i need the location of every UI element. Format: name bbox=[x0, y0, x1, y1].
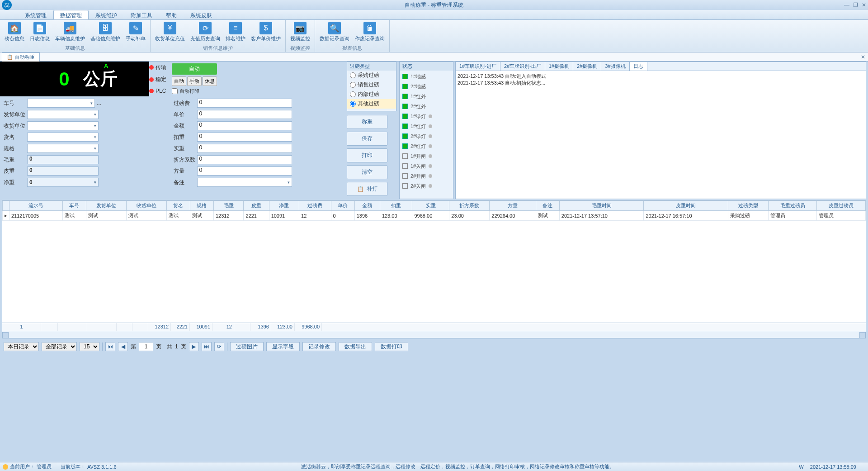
grid-cell[interactable]: 测试 bbox=[190, 211, 213, 221]
grid-header[interactable]: 收货单位 bbox=[126, 201, 166, 211]
save-button[interactable]: 保存 bbox=[347, 132, 387, 146]
weigh-image-button[interactable]: 过磅图片 bbox=[230, 342, 264, 351]
grid-header[interactable]: 折方系数 bbox=[449, 201, 490, 211]
coef-field[interactable]: 0 bbox=[197, 155, 292, 164]
mode-manual-button[interactable]: 手动 bbox=[187, 76, 202, 86]
filter-today-select[interactable]: 本日记录 bbox=[4, 342, 39, 351]
grid-header[interactable]: 毛重时间 bbox=[559, 201, 644, 211]
grid-header[interactable]: 皮重时间 bbox=[644, 201, 728, 211]
grid-cell[interactable]: 2021-12-17 16:57:10 bbox=[644, 211, 728, 221]
log-tab-log[interactable]: 日志 bbox=[630, 62, 647, 71]
grid-cell[interactable]: 2021-12-17 13:57:10 bbox=[559, 211, 644, 221]
status-item[interactable]: 2#开闸 bbox=[401, 172, 452, 180]
mode-auto-button[interactable]: 自动 bbox=[172, 76, 186, 86]
grid-cell[interactable]: 管理员 bbox=[817, 211, 866, 221]
type-purchase[interactable]: 采购过磅 bbox=[347, 71, 396, 80]
status-item[interactable]: 2#绿灯 bbox=[401, 132, 452, 140]
ribbon-recharge-history[interactable]: ⟳充值历史查询 bbox=[188, 21, 223, 43]
grid-cell[interactable]: 测试 bbox=[126, 211, 166, 221]
grid-cell[interactable]: 10091 bbox=[269, 211, 299, 221]
weigh-button[interactable]: 称重 bbox=[347, 115, 387, 129]
grid-header[interactable]: 皮重过磅员 bbox=[817, 201, 866, 211]
filter-all-select[interactable]: 全部记录 bbox=[42, 342, 77, 351]
clear-button[interactable]: 清空 bbox=[347, 165, 387, 179]
log-tab-cam2[interactable]: 2#摄像机 bbox=[573, 62, 601, 71]
spec-input[interactable]: ▾ bbox=[27, 144, 99, 153]
deduct-field[interactable]: 0 bbox=[197, 133, 292, 142]
ribbon-vehicle-maintain[interactable]: 🚚车辆信息维护 bbox=[52, 21, 88, 43]
grid-header[interactable]: 实重 bbox=[412, 201, 449, 211]
grid-cell[interactable]: 2221 bbox=[244, 211, 269, 221]
grid-cell[interactable]: 测试 bbox=[536, 211, 559, 221]
last-page-button[interactable]: ⏭ bbox=[202, 342, 212, 351]
menu-tab-help[interactable]: 帮助 bbox=[159, 10, 184, 19]
volume-field[interactable]: 0 bbox=[197, 167, 292, 176]
grid-cell[interactable]: 23.00 bbox=[449, 211, 490, 221]
amount-field[interactable]: 0 bbox=[197, 121, 292, 130]
status-item[interactable]: 2#红灯 bbox=[401, 142, 452, 150]
grid-cell[interactable]: 1396 bbox=[354, 211, 380, 221]
log-tab-lpr2[interactable]: 2#车牌识别-出厂 bbox=[500, 62, 545, 71]
ribbon-video[interactable]: 📷视频监控 bbox=[288, 21, 313, 43]
prev-page-button[interactable]: ◀ bbox=[118, 342, 128, 351]
first-page-button[interactable]: ⏮ bbox=[105, 342, 115, 351]
grid-header[interactable]: 规格 bbox=[190, 201, 213, 211]
log-tab-lpr1[interactable]: 1#车牌识别-进厂 bbox=[456, 62, 500, 71]
grid-header[interactable]: 流水号 bbox=[9, 201, 63, 211]
grid-cell[interactable]: 9968.00 bbox=[412, 211, 449, 221]
refresh-button[interactable]: ⟳ bbox=[214, 342, 224, 351]
log-tab-cam3[interactable]: 3#摄像机 bbox=[601, 62, 629, 71]
type-sale[interactable]: 销售过磅 bbox=[347, 80, 396, 90]
grid-cell[interactable]: 12312 bbox=[213, 211, 243, 221]
ribbon-price-maintain[interactable]: $客户单价维护 bbox=[248, 21, 283, 43]
menu-tab-system[interactable]: 系统管理 bbox=[18, 10, 53, 19]
price-field[interactable]: 0 bbox=[197, 110, 292, 119]
grid-cell[interactable]: 测试 bbox=[86, 211, 126, 221]
ribbon-manual-add[interactable]: ✎手动补单 bbox=[123, 21, 148, 43]
grid-header[interactable]: 扣重 bbox=[380, 201, 412, 211]
grid-cell[interactable]: 12 bbox=[299, 211, 331, 221]
grid-cell[interactable]: 采购过磅 bbox=[728, 211, 769, 221]
grid-cell[interactable]: 0 bbox=[331, 211, 354, 221]
grid-header[interactable]: 方量 bbox=[490, 201, 536, 211]
reprint-button[interactable]: 📋补打 bbox=[347, 182, 387, 196]
status-item[interactable]: 1#红灯 bbox=[401, 122, 452, 130]
grid-header[interactable]: 过磅类型 bbox=[728, 201, 769, 211]
autoprint-checkbox[interactable]: 自动打印 bbox=[172, 88, 217, 95]
type-internal[interactable]: 内部过磅 bbox=[347, 90, 396, 99]
print-button[interactable]: 打印 bbox=[347, 148, 387, 162]
data-print-button[interactable]: 数据打印 bbox=[375, 342, 408, 351]
close-tab-icon[interactable]: ✕ bbox=[861, 54, 865, 60]
grid-header[interactable]: 金额 bbox=[354, 201, 380, 211]
pagesize-select[interactable]: 15 bbox=[80, 342, 99, 351]
fee-field[interactable]: 0 bbox=[197, 99, 292, 108]
grid-cell[interactable]: 管理员 bbox=[769, 211, 817, 221]
ribbon-data-query[interactable]: 🔍数据记录查询 bbox=[317, 21, 352, 43]
shipper-input[interactable]: ▾ bbox=[27, 110, 99, 119]
records-grid[interactable]: 流水号车号发货单位收货单位货名规格毛重皮重净重过磅费单价金额扣重实重折方系数方量… bbox=[2, 200, 866, 323]
status-item[interactable]: 2#关闸 bbox=[401, 182, 452, 190]
ribbon-void-query[interactable]: 🗑作废记录查询 bbox=[352, 21, 387, 43]
grid-header[interactable]: 过磅费 bbox=[299, 201, 331, 211]
ribbon-station-info[interactable]: 🏠磅点信息 bbox=[2, 21, 27, 43]
horizontal-scrollbar[interactable] bbox=[2, 331, 866, 338]
receiver-input[interactable]: ▾ bbox=[27, 121, 99, 130]
auto-mode-button[interactable]: 自动 bbox=[172, 63, 217, 75]
doc-tab-autoweigh[interactable]: 📋自动称重 bbox=[2, 52, 40, 62]
grid-header[interactable]: 毛重过磅员 bbox=[769, 201, 817, 211]
next-page-button[interactable]: ▶ bbox=[189, 342, 199, 351]
remark-input[interactable]: ▾ bbox=[197, 178, 292, 187]
grid-cell[interactable]: 测试 bbox=[166, 211, 190, 221]
minimize-icon[interactable]: — bbox=[844, 2, 849, 8]
grid-cell[interactable]: 2112170005 bbox=[9, 211, 63, 221]
real-field[interactable]: 0 bbox=[197, 144, 292, 153]
grid-header[interactable]: 毛重 bbox=[213, 201, 243, 211]
menu-tab-skin[interactable]: 系统皮肤 bbox=[184, 10, 219, 19]
grid-header[interactable]: 发货单位 bbox=[86, 201, 126, 211]
menu-tab-data[interactable]: 数据管理 bbox=[53, 10, 89, 19]
ribbon-recharge[interactable]: ¥收货单位充值 bbox=[152, 21, 188, 43]
grid-header[interactable]: 车号 bbox=[62, 201, 86, 211]
plate-input[interactable]: ▾ bbox=[27, 99, 95, 108]
grid-header[interactable]: 备注 bbox=[536, 201, 559, 211]
close-icon[interactable]: ✕ bbox=[862, 2, 866, 8]
